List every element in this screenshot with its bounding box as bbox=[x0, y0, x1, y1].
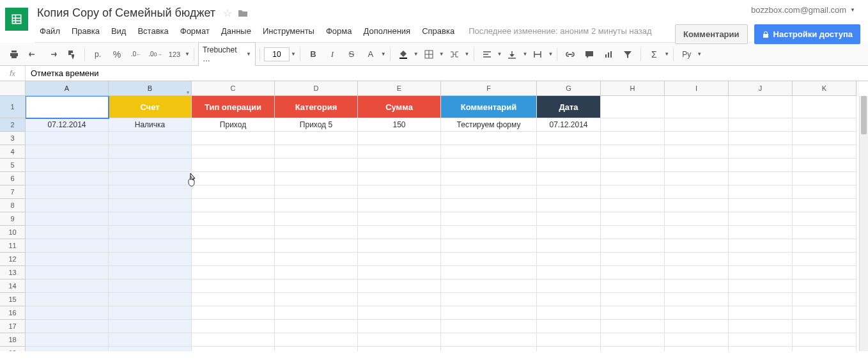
cell-G14[interactable] bbox=[537, 279, 601, 293]
cell-I9[interactable] bbox=[665, 212, 729, 226]
cell-H1[interactable] bbox=[601, 96, 665, 118]
cell-C7[interactable] bbox=[192, 185, 275, 199]
cell-E19[interactable] bbox=[358, 347, 441, 351]
cell-K14[interactable] bbox=[793, 279, 856, 293]
cell-I5[interactable] bbox=[665, 159, 729, 172]
row-header-12[interactable]: 12 bbox=[0, 253, 26, 266]
cell-E9[interactable] bbox=[358, 212, 441, 226]
cell-A15[interactable] bbox=[26, 293, 109, 306]
cell-J19[interactable] bbox=[729, 347, 793, 351]
cell-K12[interactable] bbox=[793, 253, 856, 266]
cell-B5[interactable] bbox=[109, 159, 192, 172]
cell-A5[interactable] bbox=[26, 159, 109, 172]
undo-icon[interactable] bbox=[24, 45, 42, 63]
cell-D4[interactable] bbox=[275, 145, 358, 159]
cell-H15[interactable] bbox=[601, 293, 665, 306]
cell-F4[interactable] bbox=[441, 145, 537, 159]
functions[interactable]: Σ▼ bbox=[645, 45, 669, 63]
cell-K8[interactable] bbox=[793, 199, 856, 212]
cell-A11[interactable] bbox=[26, 239, 109, 253]
increase-decimal-icon[interactable]: .00→ bbox=[146, 45, 164, 63]
cell-H3[interactable] bbox=[601, 132, 665, 145]
cell-I15[interactable] bbox=[665, 293, 729, 306]
cell-I2[interactable] bbox=[665, 118, 729, 132]
cell-K18[interactable] bbox=[793, 333, 856, 347]
cell-D6[interactable] bbox=[275, 172, 358, 185]
cell-C17[interactable] bbox=[192, 320, 275, 333]
cell-E18[interactable] bbox=[358, 333, 441, 347]
text-color[interactable]: A▼ bbox=[362, 45, 386, 63]
menu-help[interactable]: Справка bbox=[417, 24, 460, 38]
cell-E7[interactable] bbox=[358, 185, 441, 199]
cell-C4[interactable] bbox=[192, 145, 275, 159]
cell-K2[interactable] bbox=[793, 118, 856, 132]
cell-D18[interactable] bbox=[275, 333, 358, 347]
bold-icon[interactable]: B bbox=[304, 45, 322, 63]
column-header-A[interactable]: A bbox=[26, 81, 109, 96]
menu-addons[interactable]: Дополнения bbox=[358, 24, 415, 38]
menu-edit[interactable]: Правка bbox=[66, 24, 105, 38]
column-header-K[interactable]: K bbox=[793, 81, 856, 96]
cell-B4[interactable] bbox=[109, 145, 192, 159]
cell-C8[interactable] bbox=[192, 199, 275, 212]
strikethrough-icon[interactable]: S bbox=[343, 45, 360, 63]
cell-G7[interactable] bbox=[537, 185, 601, 199]
cell-B1[interactable]: Счет bbox=[109, 96, 192, 118]
cell-D7[interactable] bbox=[275, 185, 358, 199]
cell-C15[interactable] bbox=[192, 293, 275, 306]
cell-G18[interactable] bbox=[537, 333, 601, 347]
cell-F7[interactable] bbox=[441, 185, 537, 199]
font-family-select[interactable]: Trebuchet …▼ bbox=[198, 42, 256, 67]
insert-comment-icon[interactable] bbox=[580, 45, 598, 63]
cell-E16[interactable] bbox=[358, 306, 441, 320]
cell-B12[interactable] bbox=[109, 253, 192, 266]
cell-C13[interactable] bbox=[192, 266, 275, 279]
formula-input[interactable] bbox=[26, 66, 868, 81]
cell-D9[interactable] bbox=[275, 212, 358, 226]
cell-B2[interactable]: Наличка bbox=[109, 118, 192, 132]
cell-I1[interactable] bbox=[665, 96, 729, 118]
paint-format-icon[interactable] bbox=[63, 45, 81, 63]
row-header-8[interactable]: 8 bbox=[0, 199, 26, 212]
row-header-16[interactable]: 16 bbox=[0, 306, 26, 320]
row-header-9[interactable]: 9 bbox=[0, 212, 26, 226]
cell-K9[interactable] bbox=[793, 212, 856, 226]
cell-D12[interactable] bbox=[275, 253, 358, 266]
cell-C16[interactable] bbox=[192, 306, 275, 320]
cell-K7[interactable] bbox=[793, 185, 856, 199]
cell-F17[interactable] bbox=[441, 320, 537, 333]
cell-E6[interactable] bbox=[358, 172, 441, 185]
cell-I4[interactable] bbox=[665, 145, 729, 159]
cell-D17[interactable] bbox=[275, 320, 358, 333]
cell-B11[interactable] bbox=[109, 239, 192, 253]
cell-J9[interactable] bbox=[729, 212, 793, 226]
cell-J14[interactable] bbox=[729, 279, 793, 293]
redo-icon[interactable] bbox=[43, 45, 61, 63]
cell-J6[interactable] bbox=[729, 172, 793, 185]
cell-H19[interactable] bbox=[601, 347, 665, 351]
cell-J18[interactable] bbox=[729, 333, 793, 347]
cell-J11[interactable] bbox=[729, 239, 793, 253]
cell-D10[interactable] bbox=[275, 226, 358, 239]
cell-F2[interactable]: Тестируем форму bbox=[441, 118, 537, 132]
cell-A3[interactable] bbox=[26, 132, 109, 145]
cell-B19[interactable] bbox=[109, 347, 192, 351]
row-header-3[interactable]: 3 bbox=[0, 132, 26, 145]
cell-I6[interactable] bbox=[665, 172, 729, 185]
cell-I17[interactable] bbox=[665, 320, 729, 333]
cell-J12[interactable] bbox=[729, 253, 793, 266]
cell-J4[interactable] bbox=[729, 145, 793, 159]
cell-H11[interactable] bbox=[601, 239, 665, 253]
cell-J2[interactable] bbox=[729, 118, 793, 132]
column-header-E[interactable]: E bbox=[358, 81, 441, 96]
cell-G5[interactable] bbox=[537, 159, 601, 172]
cell-I10[interactable] bbox=[665, 226, 729, 239]
cell-F16[interactable] bbox=[441, 306, 537, 320]
row-header-19[interactable]: 19 bbox=[0, 347, 26, 351]
cell-B10[interactable] bbox=[109, 226, 192, 239]
cell-K3[interactable] bbox=[793, 132, 856, 145]
cell-A14[interactable] bbox=[26, 279, 109, 293]
cell-E10[interactable] bbox=[358, 226, 441, 239]
column-header-D[interactable]: D bbox=[275, 81, 358, 96]
cell-C12[interactable] bbox=[192, 253, 275, 266]
